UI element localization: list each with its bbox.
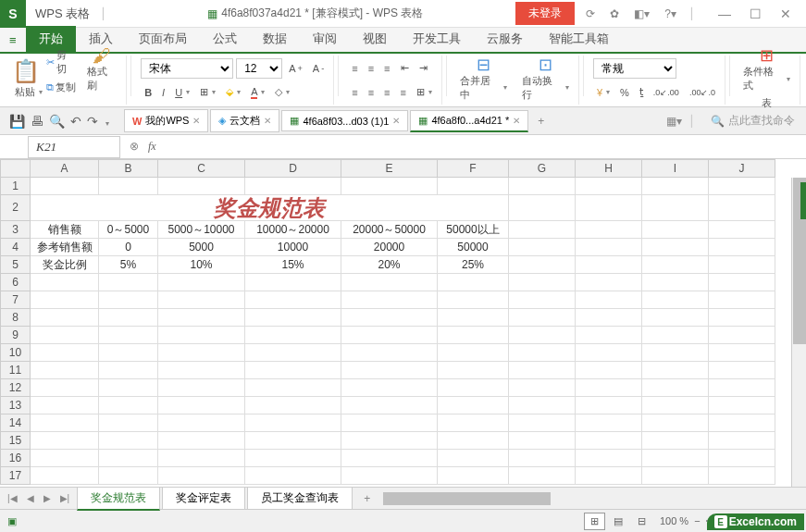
formula-input[interactable]	[166, 137, 806, 156]
cell[interactable]	[642, 344, 709, 362]
column-header[interactable]: A	[31, 159, 99, 178]
horizontal-scrollbar[interactable]	[383, 492, 802, 505]
view-page-button[interactable]: ▤	[607, 513, 629, 530]
merge-center-button[interactable]: 合并居中	[456, 72, 511, 104]
fx-cancel-icon[interactable]: ⊗	[130, 140, 139, 154]
font-name-select[interactable]: 宋体	[141, 58, 233, 79]
cell[interactable]	[31, 397, 99, 414]
menu-tab-smart[interactable]: 智能工具箱	[536, 26, 622, 52]
more-button[interactable]: 表	[758, 94, 775, 112]
row-header[interactable]: 1	[0, 178, 31, 195]
column-header[interactable]: F	[438, 159, 509, 178]
cell[interactable]	[31, 178, 99, 195]
cell[interactable]: 0	[99, 239, 158, 256]
orientation-button[interactable]: ⊞	[413, 84, 436, 100]
column-header[interactable]: D	[245, 159, 341, 178]
cell[interactable]	[576, 178, 642, 195]
cell[interactable]	[709, 432, 775, 450]
cell[interactable]	[245, 362, 341, 379]
cell[interactable]	[245, 309, 341, 327]
cell[interactable]	[576, 467, 642, 485]
cell[interactable]	[509, 291, 576, 309]
cell[interactable]	[245, 274, 341, 291]
login-button[interactable]: 未登录	[515, 2, 575, 25]
fill-color-button[interactable]: ⬙	[222, 84, 244, 100]
status-indicator-icon[interactable]: ▣	[7, 515, 17, 527]
increase-decimal-button[interactable]: .0↙.00	[650, 86, 683, 99]
cell[interactable]	[438, 379, 509, 397]
minimize-button[interactable]: —	[711, 3, 738, 25]
row-header[interactable]: 7	[0, 291, 31, 309]
menu-tab-formula[interactable]: 公式	[200, 26, 250, 52]
nav-prev-icon[interactable]: ◀	[23, 491, 38, 505]
cell[interactable]	[158, 432, 245, 450]
cell[interactable]	[576, 309, 642, 327]
cell[interactable]	[245, 414, 341, 432]
menu-tab-data[interactable]: 数据	[250, 26, 300, 52]
cell[interactable]	[158, 309, 245, 327]
column-header[interactable]: J	[709, 159, 775, 178]
cell[interactable]	[709, 274, 775, 291]
cell-reference-input[interactable]	[28, 136, 120, 158]
cell[interactable]	[576, 397, 642, 414]
cell[interactable]	[709, 362, 775, 379]
menu-tab-layout[interactable]: 页面布局	[126, 26, 200, 52]
format-painter-icon[interactable]: 🖌	[94, 48, 109, 63]
cell[interactable]: 20000～50000	[341, 221, 438, 239]
paste-icon[interactable]: 📋	[11, 56, 40, 86]
cell[interactable]	[709, 195, 775, 221]
cell[interactable]	[509, 467, 576, 485]
cell[interactable]: 15%	[245, 256, 341, 274]
cell[interactable]	[576, 221, 642, 239]
align-top-button[interactable]: ≡	[348, 61, 361, 76]
cell[interactable]	[709, 239, 775, 256]
tab-list-button[interactable]: ▦▾	[661, 115, 688, 128]
close-icon[interactable]: ✕	[392, 116, 400, 126]
cell[interactable]: 20%	[341, 256, 438, 274]
decrease-font-button[interactable]: A-	[309, 61, 328, 76]
doc-tab-cloud[interactable]: ◈ 云文档 ✕	[210, 109, 279, 132]
menu-tab-dev[interactable]: 开发工具	[400, 26, 474, 52]
border-button[interactable]: ⊞	[196, 84, 219, 100]
cell[interactable]	[576, 291, 642, 309]
cell[interactable]	[509, 362, 576, 379]
zoom-level[interactable]: 100 %	[660, 515, 688, 526]
cell[interactable]	[642, 397, 709, 414]
cell[interactable]	[509, 221, 576, 239]
skin-icon[interactable]: ◧▾	[630, 6, 653, 22]
cell[interactable]	[642, 195, 709, 221]
row-header[interactable]: 8	[0, 309, 31, 327]
help-icon[interactable]: ?▾	[661, 6, 680, 22]
cell[interactable]	[245, 327, 341, 344]
cell[interactable]	[438, 274, 509, 291]
cell[interactable]	[576, 239, 642, 256]
row-header[interactable]: 9	[0, 327, 31, 344]
cell[interactable]	[709, 379, 775, 397]
font-color-button[interactable]: A	[247, 84, 268, 101]
cell[interactable]	[509, 344, 576, 362]
cell[interactable]	[245, 178, 341, 195]
cell[interactable]	[642, 327, 709, 344]
cell[interactable]	[709, 256, 775, 274]
cell[interactable]	[341, 309, 438, 327]
cell[interactable]	[341, 414, 438, 432]
cell[interactable]	[31, 309, 99, 327]
cell[interactable]	[99, 309, 158, 327]
cell[interactable]	[99, 397, 158, 414]
maximize-button[interactable]: ☐	[742, 3, 769, 25]
row-header[interactable]: 12	[0, 379, 31, 397]
cell[interactable]	[245, 291, 341, 309]
cell[interactable]	[158, 450, 245, 467]
vertical-scrollbar[interactable]	[791, 178, 806, 487]
menu-tab-file[interactable]: ≡	[0, 29, 26, 52]
nav-last-icon[interactable]: ▶|	[56, 491, 74, 505]
cell[interactable]	[99, 414, 158, 432]
cell[interactable]	[576, 379, 642, 397]
add-tab-button[interactable]: +	[530, 115, 552, 128]
row-header[interactable]: 10	[0, 344, 31, 362]
bold-button[interactable]: B	[141, 85, 155, 100]
cell[interactable]	[31, 379, 99, 397]
distribute-button[interactable]: ≡	[397, 85, 410, 100]
nav-first-icon[interactable]: |◀	[4, 491, 21, 505]
cell[interactable]	[245, 450, 341, 467]
